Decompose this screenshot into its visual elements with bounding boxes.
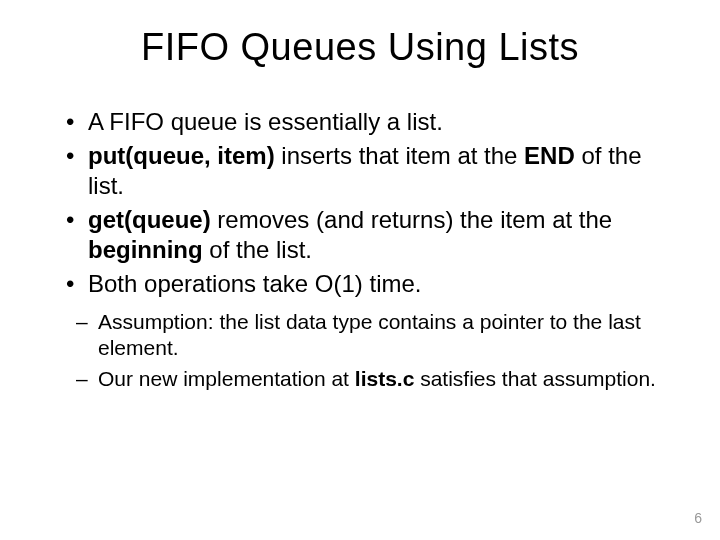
- sub-bullet-list: Assumption: the list data type contains …: [40, 309, 680, 392]
- slide-title: FIFO Queues Using Lists: [40, 26, 680, 69]
- bullet-item: put(queue, item) inserts that item at th…: [70, 141, 680, 201]
- page-number: 6: [694, 510, 702, 526]
- bullet-item: A FIFO queue is essentially a list.: [70, 107, 680, 137]
- bullet-item: get(queue) removes (and returns) the ite…: [70, 205, 680, 265]
- main-bullet-list: A FIFO queue is essentially a list. put(…: [40, 107, 680, 299]
- sub-bullet-item: Our new implementation at lists.c satisf…: [80, 366, 680, 392]
- sub-bullet-item: Assumption: the list data type contains …: [80, 309, 680, 362]
- bullet-item: Both operations take O(1) time.: [70, 269, 680, 299]
